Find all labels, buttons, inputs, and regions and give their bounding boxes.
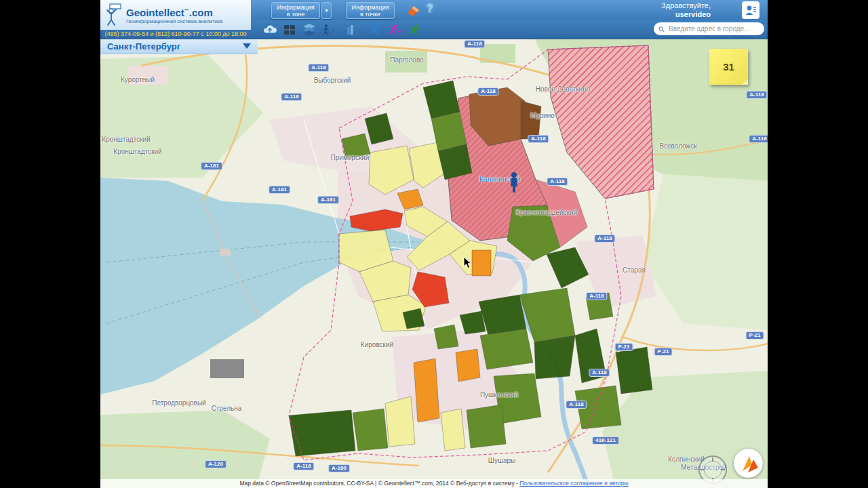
attribution-text: Map data © OpenStreetMap contributors, C… (239, 480, 519, 487)
industrial-area (210, 359, 244, 378)
map-toolbar (262, 22, 422, 37)
brand-subtitle: Геоинформационная система аналитика (126, 18, 222, 24)
district-zone[interactable] (414, 359, 439, 422)
search-icon (658, 25, 665, 33)
info-at-point-label1: Информация (347, 4, 394, 11)
terms-link[interactable]: Пользовательское соглашение и авторы (519, 480, 628, 487)
layers-icon[interactable] (301, 22, 317, 37)
district-zone[interactable] (521, 101, 541, 139)
map-container[interactable]: ПарголовоВыборгскийНовое ДевяткиноМурино… (100, 39, 768, 488)
district-zone[interactable] (467, 405, 506, 448)
district-zone[interactable] (456, 349, 480, 382)
district-zone[interactable] (434, 325, 458, 349)
district-zone[interactable] (575, 386, 621, 429)
point-marker (509, 171, 519, 196)
app-window: ПарголовоВыборгскийНовое ДевяткиноМурино… (0, 0, 868, 488)
info-in-zone-button[interactable]: Информация в зоне (271, 2, 320, 19)
info-in-zone-label1: Информация (272, 4, 319, 11)
help-icon[interactable]: ? (427, 3, 433, 15)
district-zone[interactable] (385, 396, 415, 447)
user-greeting: Здравствуйте, uservideo (661, 1, 711, 19)
app-content: ПарголовоВыборгскийНовое ДевяткиноМурино… (100, 0, 768, 488)
city-selector[interactable]: Санкт-Петербург (100, 39, 258, 54)
district-zone[interactable] (289, 410, 355, 456)
district-zone[interactable] (616, 347, 652, 394)
runner-blue-icon[interactable] (367, 22, 383, 37)
basemap-icon[interactable] (281, 22, 298, 37)
walk-route-icon[interactable] (321, 22, 337, 37)
search-input[interactable] (667, 24, 760, 33)
note-value: 31 (723, 61, 734, 73)
district-zone[interactable] (480, 329, 533, 369)
eraser-icon[interactable] (406, 3, 420, 17)
phone-numbers: (495) 374-09-54 и (812) 610-90-77 с 10:0… (100, 30, 251, 39)
map-attribution: Map data © OpenStreetMap contributors, C… (100, 479, 768, 488)
username: uservideo (675, 10, 711, 18)
logo[interactable]: Geointellect™.com Геоинформационная сист… (100, 0, 251, 30)
logo-figure-icon (104, 3, 123, 26)
chevron-down-icon: ▼ (322, 7, 331, 14)
greeting-line: Здравствуйте, (661, 1, 711, 10)
info-at-point-label2: в точке (347, 11, 394, 18)
city-name: Санкт-Петербург (107, 41, 180, 52)
sticky-note[interactable]: 31 (709, 49, 748, 85)
upload-cloud-icon[interactable] (262, 22, 278, 37)
district-zone[interactable] (441, 409, 465, 451)
geointellect-mini-icon[interactable] (734, 449, 763, 478)
forest-patch (385, 51, 427, 73)
district-zone[interactable] (534, 336, 575, 379)
info-in-zone-label2: в зоне (272, 11, 319, 18)
mouse-cursor (463, 256, 473, 272)
info-at-point-button[interactable]: Информация в точке (346, 2, 395, 19)
info-in-zone-dropdown[interactable]: ▼ (321, 2, 332, 19)
runner-green-icon[interactable] (406, 22, 422, 37)
district-zone[interactable] (586, 293, 613, 320)
user-icon[interactable] (742, 1, 760, 19)
runner-magenta-icon[interactable] (387, 22, 403, 37)
district-zone[interactable] (472, 250, 491, 276)
district-zone[interactable] (353, 409, 388, 451)
address-search (654, 22, 764, 35)
map-canvas[interactable] (100, 39, 768, 488)
chevron-down-icon (243, 43, 251, 49)
brand-title: Geointellect™.com (126, 5, 222, 18)
kronstadt-island (220, 249, 231, 256)
urban-area (127, 66, 168, 85)
stats-icon[interactable] (340, 22, 357, 37)
